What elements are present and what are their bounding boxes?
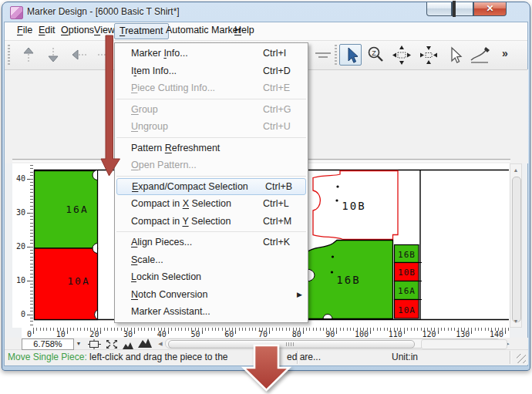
arrow-right-icon	[96, 45, 116, 65]
zoom-out-view-button[interactable]	[122, 339, 134, 353]
menu-item-compact-in-y-selection[interactable]: Compact in Y SelectionCtrl+M	[115, 213, 308, 231]
menu-item-shortcut: Ctrl+L	[263, 198, 289, 209]
ruler-tick	[27, 315, 33, 315]
expand-selection-button[interactable]	[390, 44, 412, 66]
menu-item-label: Marker Info...	[131, 48, 188, 59]
ruler-tick	[404, 328, 405, 334]
zoom-level-combo[interactable]: 6.758%	[22, 338, 74, 350]
status-separator	[297, 351, 298, 364]
menu-item-expand-compact-selection[interactable]: Expand/Compact SelectionCtrl+B	[116, 178, 306, 196]
menu-item-shortcut: Ctrl+D	[263, 66, 291, 76]
submenu-arrow-icon: ▶	[297, 291, 302, 298]
menu-item-align-pieces[interactable]: Align Pieces...Ctrl+K	[115, 234, 308, 251]
toolbar-grip	[8, 45, 10, 65]
scroll-up-button[interactable]: ▲	[511, 165, 520, 175]
menu-item-lockin-selection[interactable]: Lockin Selection	[115, 268, 308, 286]
arrow-up-icon	[19, 45, 38, 65]
menu-item-pattern-refreshment[interactable]: Pattern Refreshment	[115, 140, 308, 157]
menubar-item-edit[interactable]: Edit	[35, 23, 59, 38]
menu-item-label: Ungroup	[131, 121, 168, 132]
menubar: FileEditOptionsViewTreatmentAutomatic Ma…	[5, 22, 527, 41]
ruler-tick	[27, 179, 33, 180]
menu-item-shortcut: Ctrl+B	[265, 181, 292, 192]
ruler-label: 30	[16, 208, 25, 217]
ruler-tick	[100, 328, 101, 334]
menu-item-label: Group	[131, 104, 158, 115]
menu-item-shortcut: Ctrl+K	[263, 237, 290, 248]
fit-view-button[interactable]	[106, 338, 118, 352]
ruler-tick	[27, 247, 33, 248]
menu-item-marker-assistant[interactable]: Marker Assistant...	[115, 303, 308, 321]
scroll-down-button[interactable]: ▼	[511, 316, 520, 326]
status-mode-label: Move Single Piece:	[8, 352, 87, 362]
menu-item-ungroup: UngroupCtrl+U	[115, 118, 308, 136]
menu-item-shortcut: Ctrl+G	[263, 104, 291, 115]
move-piece-right-button[interactable]	[94, 44, 116, 66]
big-mountains-icon	[137, 338, 153, 349]
scroll-grip	[286, 342, 294, 346]
ruler-label: 40	[16, 174, 25, 183]
menu-item-scale[interactable]: Scale...	[115, 251, 308, 269]
aux-panel	[421, 339, 507, 349]
treatment-menu: Marker Info...Ctrl+IItem Info...Ctrl+DPi…	[114, 42, 308, 323]
toolbar-overflow-button[interactable]: »	[502, 47, 508, 59]
lines-icon	[314, 47, 332, 62]
align-lines-button[interactable]	[311, 44, 334, 66]
menu-item-notch-conversion[interactable]: Notch Conversion▶	[115, 286, 308, 304]
zoom-icon: Z	[366, 45, 385, 64]
ruler-tick	[471, 328, 472, 334]
ruler-label: 10	[16, 276, 25, 285]
horizontal-scroll-thumb[interactable]	[168, 340, 415, 349]
zoom-marquee-button[interactable]	[88, 338, 101, 352]
menu-item-shortcut: Ctrl+E	[263, 83, 290, 93]
ruler-tick	[438, 328, 439, 334]
zoom-dropdown-icon[interactable]: ▼	[73, 338, 84, 349]
menu-item-marker-info[interactable]: Marker Info...Ctrl+I	[115, 45, 308, 62]
select-cursor-icon	[342, 45, 360, 64]
vertical-ruler: 403020100	[12, 163, 33, 328]
menu-item-label: Scale...	[131, 254, 163, 265]
small-mountains-icon	[122, 341, 134, 350]
status-hint: Move Single Piece: left-click and drag t…	[8, 350, 231, 365]
expand-arrows-icon	[392, 45, 412, 65]
resize-grip[interactable]	[517, 354, 526, 363]
select-tool-button[interactable]	[339, 44, 362, 66]
menubar-item-help[interactable]: Help	[231, 23, 258, 38]
zoom-tool-button[interactable]: Z	[364, 44, 386, 66]
arrow-left-icon	[69, 45, 89, 65]
fit-arrows-icon	[106, 339, 118, 349]
menu-item-shortcut: Ctrl+U	[263, 121, 291, 132]
pen-tool-icon	[468, 45, 493, 64]
maximize-icon	[453, 1, 456, 17]
menu-item-shortcut: Ctrl+M	[263, 216, 291, 227]
menu-item-shortcut: Ctrl+I	[263, 48, 286, 59]
move-piece-up-button[interactable]	[17, 44, 39, 66]
hscroll-left-button[interactable]: ◀	[156, 338, 165, 349]
minimize-button[interactable]	[426, 2, 452, 16]
pen-tool-button[interactable]	[467, 44, 493, 66]
ruler-tick	[303, 328, 304, 334]
menubar-item-file[interactable]: File	[14, 23, 35, 38]
close-button[interactable]: ✕	[473, 2, 507, 16]
menu-item-label: Open Pattern...	[131, 160, 197, 170]
ruler-tick	[269, 328, 270, 334]
vertical-scrollbar[interactable]: ▲ ▼	[510, 163, 522, 328]
move-piece-left-button[interactable]	[68, 44, 90, 66]
menu-item-open-pattern: Open Pattern...	[115, 157, 308, 174]
ruler-tick	[235, 328, 236, 334]
move-piece-down-button[interactable]	[42, 44, 64, 66]
ruler-tick	[202, 328, 203, 334]
vertical-scroll-thumb[interactable]	[512, 177, 521, 322]
window-title: Marker Design - [6000 Basic T Shirt*]	[27, 6, 180, 17]
menu-item-label: Compact in X Selection	[131, 198, 231, 209]
compact-selection-button[interactable]	[417, 44, 439, 66]
menu-item-item-info[interactable]: Item Info...Ctrl+D	[115, 62, 308, 80]
ruler-tick	[336, 328, 337, 334]
status-separator	[510, 351, 511, 364]
maximize-button[interactable]	[452, 2, 473, 16]
menu-item-compact-in-x-selection[interactable]: Compact in X SelectionCtrl+L	[115, 195, 308, 213]
zoom-in-view-button[interactable]	[137, 338, 153, 352]
menubar-item-treatment[interactable]: Treatment	[114, 23, 169, 39]
pick-tool-button[interactable]	[443, 44, 465, 66]
status-hint-text: left-click and drag the piece to the	[87, 352, 231, 362]
